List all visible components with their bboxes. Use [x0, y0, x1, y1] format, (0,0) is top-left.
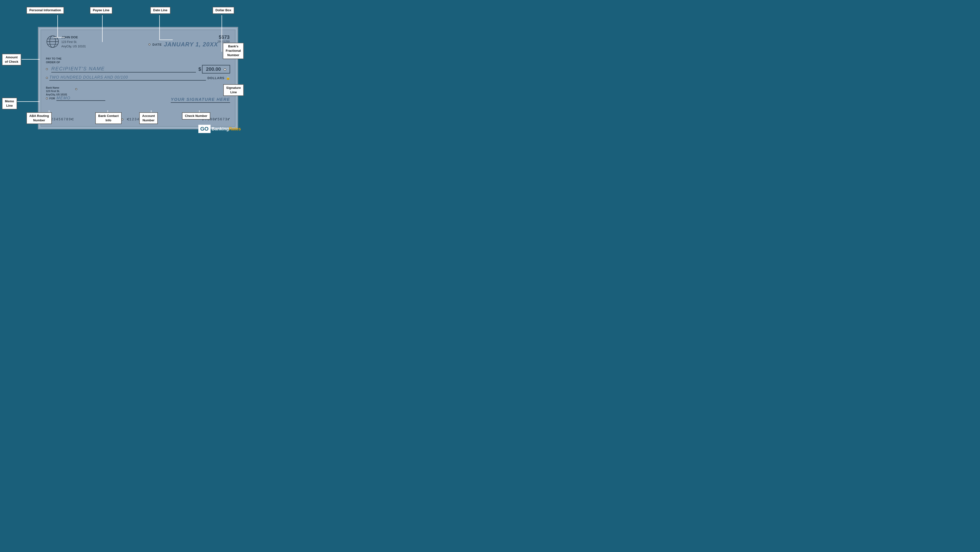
bank-contact-info-label: Bank ContactInfo	[95, 112, 122, 124]
written-amount: TWO HUNDRED DOLLARS AND 00/100	[49, 75, 206, 81]
fractional-connector-h	[234, 54, 239, 54]
signature-text: YOUR SIGNATURE HERE	[171, 97, 230, 103]
for-label: FOR	[49, 97, 55, 100]
memo-value: MEMO	[56, 96, 71, 100]
amount-connector-h	[22, 59, 40, 60]
dollars-label: DOLLARS	[207, 76, 224, 80]
memo-area: FOR MEMO	[46, 96, 105, 101]
aba-routing-number-label: ABA RoutingNumber	[26, 112, 52, 124]
logo-banking: Banking	[212, 127, 229, 132]
personal-info-connector-h	[54, 37, 65, 38]
signature-line-label: SignatureLine	[223, 84, 244, 96]
personal-info-connector-v	[57, 15, 58, 37]
payee-line-label: Payee Line	[90, 7, 112, 14]
dollar-box-label: Dollar Box	[213, 7, 234, 14]
dollar-amount: 200.00	[202, 65, 230, 73]
written-amount-area: TWO HUNDRED DOLLARS AND 00/100 DOLLARS 🔒	[46, 75, 230, 81]
account-number-label: AccountNumber	[139, 112, 158, 124]
micr-bank-dot	[121, 118, 123, 121]
date-dot	[148, 43, 151, 45]
check-number-label: Check Number	[182, 112, 210, 120]
account-holder-name: JOHN DOE	[61, 35, 86, 40]
date-line-connector-v	[159, 15, 160, 40]
amount-of-check-label: Amountof Check	[2, 54, 21, 65]
date-area: DATE JANUARY 1, 20XX	[148, 41, 218, 48]
payee-area: PAY TO THE ORDER OF RECIPIENT'S NAME $ 2…	[46, 57, 230, 73]
lock-icon: 🔒	[226, 76, 230, 80]
check-number-connector-v	[199, 110, 200, 112]
dollar-box-connector-v	[221, 15, 222, 52]
bank-contact-connector-v	[108, 110, 108, 112]
bank-name: Bank Name	[46, 86, 59, 89]
memo-dot	[46, 97, 48, 99]
payee-line-connector-v	[102, 15, 103, 42]
check-number: 5673	[217, 35, 230, 40]
date-line-label: Date Line	[150, 7, 170, 14]
dollar-sign: $	[198, 67, 201, 72]
payee-dot	[46, 68, 48, 70]
written-amount-dot	[46, 77, 48, 79]
banks-fractional-number-label: Bank'sFractionalNumber	[223, 43, 244, 59]
logo-go: GO	[198, 125, 210, 133]
account-connector-v	[151, 110, 151, 112]
account-holder-city: AnyCity, US 10101	[61, 44, 86, 49]
memo-line-label: MemoLine	[2, 98, 17, 109]
date-label: DATE	[153, 43, 162, 46]
dollar-box-dot	[224, 68, 226, 71]
bank-address: 123 First St.	[46, 90, 60, 92]
pay-to-label: PAY TO THE ORDER OF	[46, 57, 230, 65]
account-holder-address: 123 First St.	[61, 40, 86, 44]
bank-info-dot	[75, 88, 77, 90]
bank-contact-area: Bank Name 123 First St. AnyCity, US 1010…	[46, 86, 67, 97]
signature-connector-h	[231, 89, 236, 90]
personal-information-label: Personal Information	[26, 7, 64, 14]
bank-city: AnyCity, US 10101	[46, 93, 67, 96]
logo-rates: Rates	[229, 127, 241, 132]
signature-area: YOUR SIGNATURE HERE	[171, 97, 230, 102]
gobankingrates-logo: GO Banking Rates	[198, 125, 241, 133]
aba-connector-v	[49, 110, 49, 112]
personal-info-area: JOHN DOE 123 First St. AnyCity, US 10101	[46, 35, 86, 49]
dollar-box-area: $ 200.00	[198, 65, 230, 73]
date-value: JANUARY 1, 20XX	[164, 41, 218, 48]
memo-connector-h	[17, 102, 40, 102]
recipient-name: RECIPIENT'S NAME	[51, 66, 196, 73]
check-number-area: 5673 19-2/1250	[217, 35, 230, 43]
memo-line-field: MEMO	[56, 96, 105, 101]
account-holder-info: JOHN DOE 123 First St. AnyCity, US 10101	[61, 35, 86, 49]
date-line-connector-h	[159, 40, 173, 40]
